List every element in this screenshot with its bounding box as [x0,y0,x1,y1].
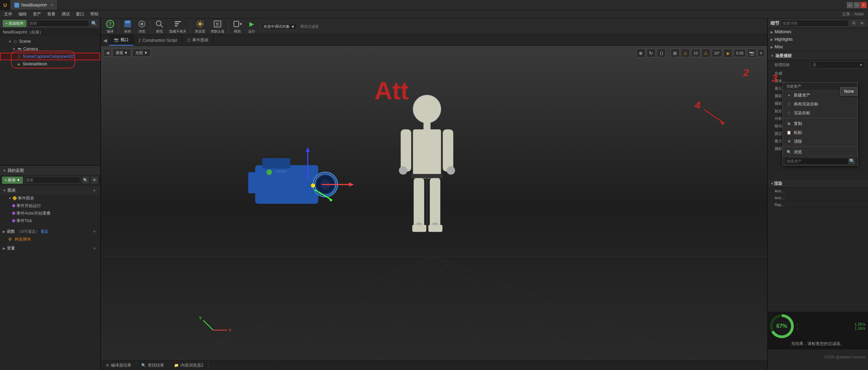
simulate-button[interactable]: 模拟 [231,19,244,35]
render-header[interactable]: ▼ 渲染 [768,180,868,188]
add-component-button[interactable]: + 添加组件 [3,20,26,27]
search-components-input[interactable] [28,20,89,27]
menu-window[interactable]: 窗口 [73,11,87,18]
details-view-button[interactable]: ⊞ [850,20,857,27]
transform-select-btn[interactable]: ⊕ [636,49,645,58]
expand-variables-icon[interactable]: ▶ [3,246,5,250]
class-defaults-button[interactable]: 默 类默认值 [209,19,226,35]
tree-item-skeletal-mesh[interactable]: ◈ SkeletalMesh [0,60,100,68]
variables-add-button[interactable]: + [91,245,97,251]
tab-nav-left[interactable]: ◀ [101,36,109,44]
compile-button[interactable]: ? 编译 [104,19,117,35]
camera-btn[interactable]: 📷 [747,49,756,58]
angle-warn-btn[interactable]: ⚠ [701,49,710,58]
scale-box[interactable]: 0.25 [734,49,746,57]
grid-size-box[interactable]: 10 [691,49,700,57]
dropdown-copy[interactable]: ⧉ 复制 [783,119,857,128]
graphs-section: ▼ 图表 + ▼ 事件图表 事件开始运行 [0,185,100,226]
maximize-button[interactable]: □ [854,2,860,8]
find-button[interactable]: 查找 [153,19,166,35]
tree-item-scene[interactable]: ▼ ⬡ Scene [0,38,100,45]
viewport-nav-back[interactable]: ◀ [104,49,111,56]
search-bp-icon[interactable]: 🔍 [82,176,89,184]
angle-box[interactable]: 10° [712,49,722,57]
browse-button[interactable]: 浏览 [135,19,148,35]
menu-edit[interactable]: 编辑 [16,11,29,18]
tab-construction[interactable]: ƒ Construction Script [134,35,182,46]
midtones-expand-icon[interactable]: ▶ [771,30,773,34]
menu-file[interactable]: 文件 [1,11,15,18]
search-bp-input[interactable] [24,177,80,183]
scale-icon-btn[interactable]: ◈ [723,49,732,58]
menu-assets[interactable]: 资产 [30,11,44,18]
perspective-button[interactable]: 透视 ▼ [113,49,131,57]
add-new-button[interactable]: + 新增 ▼ [2,177,23,184]
scene-capture-expand-icon[interactable]: ▼ [771,54,774,58]
functions-add-button[interactable]: + [91,228,97,234]
eye-bp-icon[interactable]: 👁 [91,176,98,184]
dropdown-search-input[interactable] [785,158,849,165]
warn-btn[interactable]: ⚠ [681,49,690,58]
dropdown-browse[interactable]: 🔍 浏览 [783,148,857,156]
class-settings-button[interactable]: 类设置 [193,19,207,35]
transform-scale-btn[interactable]: ⟨⟩ [657,49,666,58]
search-icon[interactable]: 🔍 [91,20,97,27]
highlights-section[interactable]: ▶ Highlights [768,36,868,43]
compiler-results-label: 编译器结果 [111,362,131,368]
menu-debug[interactable]: 调试 [59,11,73,18]
tab-viewport[interactable]: 📷 视口 [109,35,134,46]
minimize-button[interactable]: — [847,2,853,8]
blueprint-tab[interactable]: NewBlueprint• ✕ [10,0,58,10]
details-search-input[interactable] [781,20,849,27]
expand-camera-icon[interactable]: ▼ [12,47,16,51]
lit-button[interactable]: 光照 ▼ [132,49,151,57]
event-overlap-item[interactable]: 事件Actor开始重叠 [0,209,100,217]
tab-close-icon[interactable]: ✕ [51,3,53,7]
override-button[interactable]: 覆盖 [41,229,48,234]
tab-event-graph[interactable]: ⬡ 事件图表 [182,35,214,46]
expand-scene-icon[interactable]: ▼ [8,40,12,43]
tree-item-camera[interactable]: ▼ 📷 Camera [0,45,100,53]
dropdown-search-icon[interactable]: 🔍 [849,158,855,165]
render-expand-icon[interactable]: ▼ [771,182,774,186]
event-tick-item[interactable]: 事件Tick [0,217,100,225]
graphs-add-button[interactable]: + [91,187,97,193]
expand-functions-icon[interactable]: ▶ [3,230,5,233]
highlights-expand-icon[interactable]: ▶ [771,38,773,41]
grid-btn[interactable]: ⊞ [671,49,680,58]
close-button[interactable]: ✕ [860,2,867,8]
transform-rotate-btn[interactable]: ↻ [647,49,656,58]
content-browser-tab[interactable]: 📁 内容浏览器2 [169,361,209,370]
tree-item-scene-capture[interactable]: ⬡ SceneCaptureComponent2D [0,53,100,60]
texture-dropdown-arrow[interactable]: ▼ [859,63,863,67]
construct-script-item[interactable]: ⚙ 构造脚本 [0,235,100,243]
expand-graphs-icon[interactable]: ▼ [3,189,6,192]
misc-section[interactable]: ▶ Misc [768,43,868,51]
event-graph-item[interactable]: ▼ 事件图表 [0,194,100,202]
dropdown-clear[interactable]: ✕ 清除 [783,137,857,146]
hide-button[interactable]: 隐藏不相关 [167,19,188,35]
event-start-item[interactable]: 事件开始运行 [0,202,100,209]
details-eye-button[interactable]: 👁 [858,20,865,27]
menu-view[interactable]: 查看 [44,11,58,18]
dropdown-render-target[interactable]: ⬡ 渲染目标 [783,109,857,117]
dropdown-paste[interactable]: 📋 粘贴 [783,128,857,137]
viewport[interactable]: X Y ◀ 透视 ▼ 光照 ▼ [101,46,767,360]
perf-download: ↓ 1.1K/s [797,326,865,330]
find-results-tab[interactable]: 🔍 查找结果 [136,361,169,370]
play-button[interactable]: ▶ 运行 [245,19,258,35]
expand-mybp-icon[interactable]: ▼ [3,169,6,173]
misc-expand-icon[interactable]: ▶ [771,45,773,49]
dropdown-canvas-target[interactable]: ⬡ 画布渲染目标 [783,100,857,109]
debug-selector[interactable]: 未选中调试对象 ▼ [261,23,297,30]
save-button[interactable]: 保存 [121,19,134,35]
cam-speed-box[interactable]: 4 [758,49,764,57]
expand-event-graphs-icon[interactable]: ▼ [8,196,12,200]
texture-target-value[interactable]: 无 ▼ [810,61,865,69]
menu-help[interactable]: 帮助 [88,11,101,18]
midtones-section[interactable]: ▶ Midtones [768,28,868,36]
graphs-header[interactable]: ▼ 图表 + [0,186,100,194]
hide-label: 隐藏不相关 [169,29,186,34]
compiler-results-tab[interactable]: ⚙ 编译器结果 [101,361,136,370]
scene-capture-header[interactable]: ▼ 场景捕获 [768,52,868,60]
